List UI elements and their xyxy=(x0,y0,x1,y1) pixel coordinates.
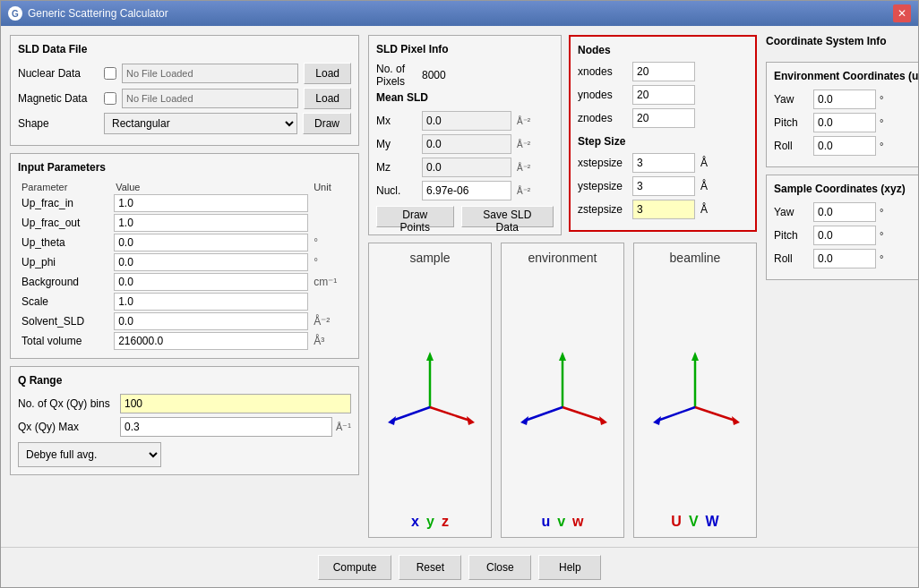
sample-pitch-unit: ° xyxy=(880,230,883,241)
param-name-5: Scale xyxy=(18,292,112,311)
param-name-2: Up_theta xyxy=(18,233,112,252)
param-value-3[interactable] xyxy=(114,253,308,271)
env-yaw-input[interactable] xyxy=(813,89,876,109)
param-unit-3: ° xyxy=(310,252,351,272)
param-row-0: Up_frac_in xyxy=(18,193,351,213)
param-value-7[interactable] xyxy=(114,332,308,350)
svg-marker-15 xyxy=(732,416,740,425)
sample-axis-svg xyxy=(376,345,484,434)
svg-marker-17 xyxy=(653,416,661,425)
sample-roll-row: Roll ° xyxy=(774,249,918,268)
param-value-1[interactable] xyxy=(114,214,308,232)
mz-input[interactable] xyxy=(422,158,511,177)
env-coord-box: Environment Coordinates (uvw) Yaw ° Pitc… xyxy=(766,62,918,167)
magnetic-load-button[interactable]: Load xyxy=(304,88,351,109)
sample-y-label: y xyxy=(426,514,434,530)
svg-line-16 xyxy=(657,407,695,421)
nuclear-data-checkbox[interactable] xyxy=(104,67,116,80)
q-range-title: Q Range xyxy=(18,374,351,387)
param-value-5[interactable] xyxy=(114,293,308,311)
window-close-button[interactable]: ✕ xyxy=(893,4,911,22)
qx-bins-input[interactable] xyxy=(120,394,351,413)
magnetic-data-checkbox[interactable] xyxy=(104,92,116,105)
param-name-1: Up_frac_out xyxy=(18,213,112,233)
window-title: Generic Scattering Calculator xyxy=(28,7,168,20)
ystepsize-input[interactable] xyxy=(632,176,695,196)
reset-button[interactable]: Reset xyxy=(399,555,461,580)
mz-unit: Å⁻² xyxy=(517,163,530,173)
xstepsize-row: xstepsize Å xyxy=(578,153,748,173)
nuclear-data-row: Nuclear Data Load xyxy=(18,63,351,84)
param-name-4: Background xyxy=(18,272,112,292)
xnodes-label: xnodes xyxy=(578,65,627,78)
my-label: My xyxy=(376,138,417,150)
param-unit-4: cm⁻¹ xyxy=(310,272,351,292)
xstepsize-input[interactable] xyxy=(632,153,695,173)
svg-line-14 xyxy=(695,407,735,421)
nodes-step-section: Nodes xnodes ynodes znodes xyxy=(569,35,757,235)
param-unit-1 xyxy=(310,213,351,233)
sample-yaw-label: Yaw xyxy=(774,206,810,218)
save-sld-button[interactable]: Save SLD Data xyxy=(461,206,554,227)
xnodes-input[interactable] xyxy=(632,62,695,81)
env-roll-input[interactable] xyxy=(813,136,876,156)
param-value-4[interactable] xyxy=(114,273,308,291)
nuclear-file-field xyxy=(122,64,298,83)
env-axis-labels: u v w xyxy=(541,514,583,530)
param-name-3: Up_phi xyxy=(18,252,112,272)
sample-pitch-label: Pitch xyxy=(774,229,810,242)
env-yaw-label: Yaw xyxy=(774,93,810,106)
svg-line-2 xyxy=(430,407,470,421)
param-row-3: Up_phi ° xyxy=(18,252,351,272)
my-input[interactable] xyxy=(422,134,511,154)
svg-line-10 xyxy=(525,407,563,421)
qx-bins-row: No. of Qx (Qy) bins xyxy=(18,394,351,413)
sample-coord-box: Sample Coordinates (xyz) Yaw ° Pitch ° R… xyxy=(766,175,918,280)
nucl-input[interactable] xyxy=(422,181,511,200)
mz-row: Mz Å⁻² xyxy=(376,158,554,177)
nucl-row: Nucl. Å⁻² xyxy=(376,181,554,200)
svg-marker-7 xyxy=(559,352,566,361)
mx-unit: Å⁻² xyxy=(517,116,530,126)
qx-max-input[interactable] xyxy=(120,417,332,437)
shape-select[interactable]: Rectangular Ellipsoid Cylinder xyxy=(104,113,297,134)
sample-yaw-input[interactable] xyxy=(813,202,876,222)
mx-input[interactable] xyxy=(422,111,511,131)
sample-axis-labels: x y z xyxy=(411,514,449,530)
beamline-title: beamline xyxy=(670,251,721,265)
app-icon: G xyxy=(8,6,22,21)
draw-points-button[interactable]: Draw Points xyxy=(376,206,454,227)
title-bar: G Generic Scattering Calculator ✕ xyxy=(1,1,918,26)
zstepsize-input[interactable] xyxy=(632,200,695,219)
beamline-axis-labels: U V W xyxy=(671,514,718,530)
env-pitch-input[interactable] xyxy=(813,113,876,132)
env-w-label: w xyxy=(572,514,583,530)
param-table: Parameter Value Unit Up_frac_in Up_frac_… xyxy=(18,181,351,351)
env-pitch-label: Pitch xyxy=(774,116,810,129)
param-value-2[interactable] xyxy=(114,234,308,251)
xnodes-row: xnodes xyxy=(578,62,748,81)
sample-pitch-input[interactable] xyxy=(813,226,876,245)
env-roll-label: Roll xyxy=(774,140,810,152)
znodes-input[interactable] xyxy=(632,108,695,128)
sld-info-box: SLD Pixel Info No. of Pixels 8000 Mean S… xyxy=(368,35,562,235)
compute-button[interactable]: Compute xyxy=(318,555,392,580)
sample-roll-input[interactable] xyxy=(813,249,876,268)
env-pitch-unit: ° xyxy=(880,117,883,128)
close-button[interactable]: Close xyxy=(468,555,531,580)
shape-label: Shape xyxy=(18,117,99,130)
ynodes-input[interactable] xyxy=(632,85,695,105)
draw-button[interactable]: Draw xyxy=(303,113,351,134)
nuclear-load-button[interactable]: Load xyxy=(304,63,351,84)
method-dropdown[interactable]: Debye full avg. Debye partial avg. Full … xyxy=(18,442,161,467)
col-unit: Unit xyxy=(310,181,351,193)
env-v-label: v xyxy=(557,514,565,530)
param-value-6[interactable] xyxy=(114,312,308,330)
ynodes-label: ynodes xyxy=(578,89,627,101)
ystepsize-label: ystepsize xyxy=(578,180,627,192)
help-button[interactable]: Help xyxy=(538,555,601,580)
param-value-0[interactable] xyxy=(114,194,308,212)
left-panel: SLD Data File Nuclear Data Load Magnetic… xyxy=(10,35,359,538)
qx-max-row: Qx (Qy) Max Å⁻¹ xyxy=(18,417,351,437)
nucl-label: Nucl. xyxy=(376,184,417,197)
